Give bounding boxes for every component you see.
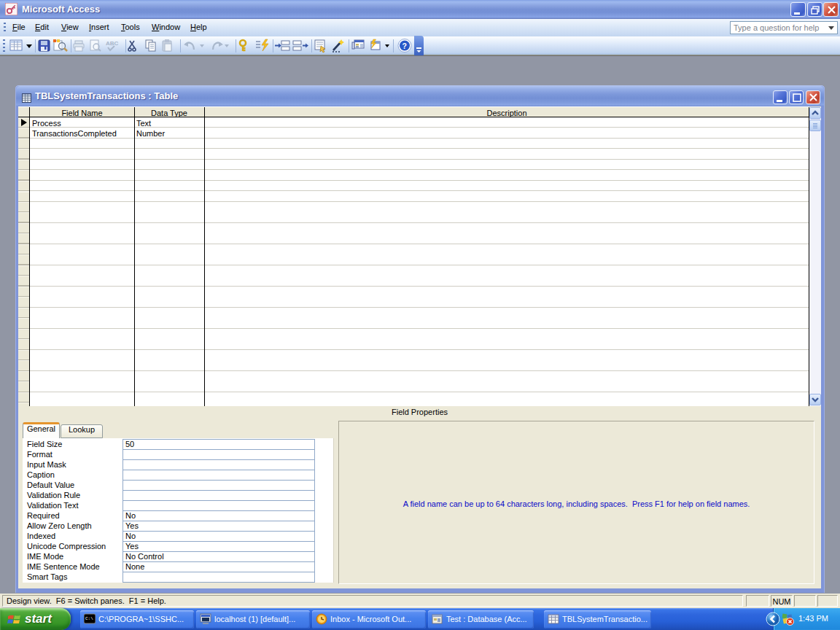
- svg-text:C:\: C:\: [85, 616, 93, 621]
- svg-text:?: ?: [402, 42, 407, 50]
- svg-text:ABC: ABC: [106, 40, 119, 47]
